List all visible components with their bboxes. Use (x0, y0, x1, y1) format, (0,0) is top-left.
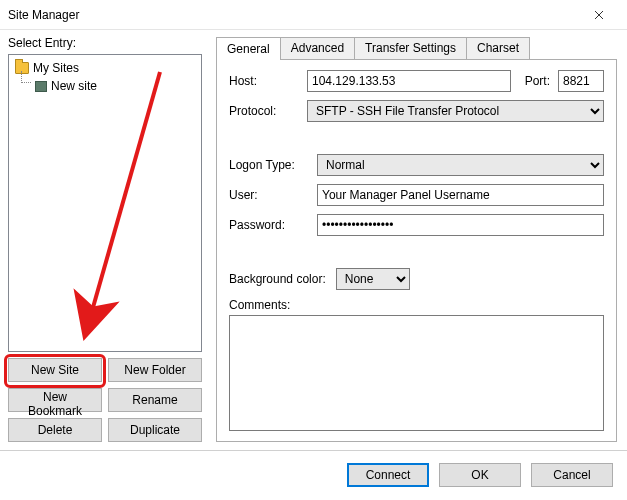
host-label: Host: (229, 74, 299, 88)
comments-textarea[interactable] (229, 315, 604, 431)
tabs: General Advanced Transfer Settings Chars… (216, 36, 617, 60)
cancel-button[interactable]: Cancel (531, 463, 613, 487)
close-icon (594, 10, 604, 20)
tab-body-general: Host: Port: Protocol: SFTP - SSH File Tr… (216, 60, 617, 442)
site-tree[interactable]: My Sites New site (8, 54, 202, 352)
tree-item-label: New site (51, 79, 97, 93)
titlebar: Site Manager (0, 0, 627, 30)
right-pane: General Advanced Transfer Settings Chars… (210, 30, 627, 450)
password-label: Password: (229, 218, 309, 232)
comments-label: Comments: (229, 298, 604, 312)
dialog-footer: Connect OK Cancel (0, 450, 627, 498)
port-label: Port: (525, 74, 550, 88)
server-icon (35, 81, 47, 92)
window-title: Site Manager (8, 8, 579, 22)
protocol-label: Protocol: (229, 104, 299, 118)
delete-button[interactable]: Delete (8, 418, 102, 442)
bgcolor-label: Background color: (229, 272, 326, 286)
connect-button[interactable]: Connect (347, 463, 429, 487)
left-pane: Select Entry: My Sites New site New Site… (0, 30, 210, 450)
tree-root-label: My Sites (33, 61, 79, 75)
user-input[interactable] (317, 184, 604, 206)
logon-type-label: Logon Type: (229, 158, 309, 172)
port-input[interactable] (558, 70, 604, 92)
tree-item-new-site[interactable]: New site (13, 77, 201, 95)
tab-general[interactable]: General (216, 37, 281, 60)
protocol-select[interactable]: SFTP - SSH File Transfer Protocol (307, 100, 604, 122)
left-buttons: New Site New Folder New Bookmark Rename … (8, 358, 202, 442)
rename-button[interactable]: Rename (108, 388, 202, 412)
close-button[interactable] (579, 1, 619, 29)
user-label: User: (229, 188, 309, 202)
logon-type-select[interactable]: Normal (317, 154, 604, 176)
ok-button[interactable]: OK (439, 463, 521, 487)
tab-charset[interactable]: Charset (466, 37, 530, 59)
content: Select Entry: My Sites New site New Site… (0, 30, 627, 450)
tab-transfer[interactable]: Transfer Settings (354, 37, 467, 59)
tree-root[interactable]: My Sites (13, 59, 201, 77)
host-input[interactable] (307, 70, 511, 92)
tree-connector (21, 71, 31, 83)
tab-advanced[interactable]: Advanced (280, 37, 355, 59)
select-entry-label: Select Entry: (8, 36, 202, 50)
new-folder-button[interactable]: New Folder (108, 358, 202, 382)
duplicate-button[interactable]: Duplicate (108, 418, 202, 442)
password-input[interactable] (317, 214, 604, 236)
bgcolor-select[interactable]: None (336, 268, 410, 290)
new-bookmark-button[interactable]: New Bookmark (8, 388, 102, 412)
new-site-button[interactable]: New Site (8, 358, 102, 382)
